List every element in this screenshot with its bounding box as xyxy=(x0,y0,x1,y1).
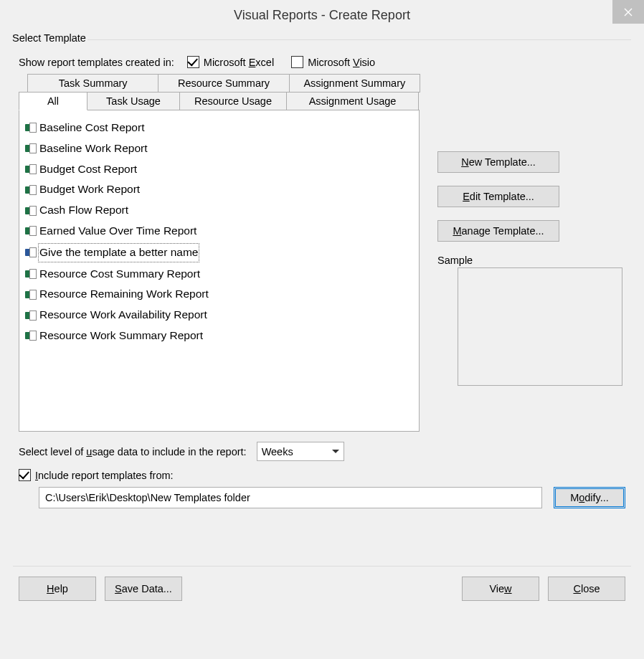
tab-task-usage[interactable]: Task Usage xyxy=(87,92,180,110)
tabrow-bottom: All Task Usage Resource Usage Assignment… xyxy=(19,92,420,110)
list-item-label: Earned Value Over Time Report xyxy=(38,222,198,240)
edit-template-button[interactable]: Edit Template... xyxy=(437,186,559,207)
excel-label: Microsoft Excel xyxy=(204,57,274,68)
include-checkbox[interactable] xyxy=(19,469,31,481)
sample-preview xyxy=(458,267,622,386)
list-item[interactable]: Budget Work Report xyxy=(24,179,415,200)
include-row: Include report templates from: xyxy=(19,469,625,481)
excel-file-icon xyxy=(25,185,35,195)
excel-file-icon xyxy=(25,226,35,236)
excel-file-icon xyxy=(25,331,35,341)
close-button[interactable]: Close xyxy=(548,577,625,601)
list-item[interactable]: Resource Remaining Work Report xyxy=(24,284,415,305)
list-item-label: Resource Remaining Work Report xyxy=(38,285,210,303)
groupbox-label: Select Template xyxy=(11,32,87,44)
list-item-label: Resource Cost Summary Report xyxy=(38,265,202,283)
modify-button[interactable]: Modify... xyxy=(554,487,625,508)
excel-file-icon xyxy=(25,269,35,279)
close-window-button[interactable] xyxy=(612,0,644,24)
path-row: Modify... xyxy=(19,487,625,508)
tab-resource-summary[interactable]: Resource Summary xyxy=(158,74,289,93)
save-data-button[interactable]: Save Data... xyxy=(105,577,182,601)
tab-assignment-usage[interactable]: Assignment Usage xyxy=(286,92,419,110)
excel-file-icon xyxy=(25,206,35,216)
filter-row: Show report templates created in: Micros… xyxy=(19,56,625,68)
tab-task-summary[interactable]: Task Summary xyxy=(27,74,158,93)
excel-file-icon xyxy=(25,290,35,300)
list-item-label: Baseline Work Report xyxy=(38,140,148,158)
list-item-label: Baseline Cost Report xyxy=(38,119,146,137)
tabs-wrap: Task Summary Resource Summary Assignment… xyxy=(19,74,420,432)
tab-assignment-summary[interactable]: Assignment Summary xyxy=(289,74,420,93)
footer-row: Help Save Data... View Close xyxy=(19,577,625,601)
list-item[interactable]: Earned Value Over Time Report xyxy=(24,221,415,242)
dialog-title: Visual Reports - Create Report xyxy=(234,8,410,23)
divider xyxy=(13,566,631,566)
list-item-label: Give the template a better name xyxy=(38,243,199,262)
close-icon xyxy=(624,8,633,16)
list-item[interactable]: Give the template a better name xyxy=(24,242,415,264)
excel-file-icon xyxy=(25,310,35,321)
excel-file-icon xyxy=(25,143,35,153)
main-row: Task Summary Resource Summary Assignment… xyxy=(19,74,625,432)
chevron-down-icon xyxy=(332,450,339,453)
list-item[interactable]: Cash Flow Report xyxy=(24,200,415,221)
template-listbox[interactable]: Baseline Cost ReportBaseline Work Report… xyxy=(19,110,420,432)
list-item[interactable]: Resource Work Availability Report xyxy=(24,305,415,326)
list-item[interactable]: Baseline Work Report xyxy=(24,138,415,159)
list-item-label: Budget Cost Report xyxy=(38,161,138,179)
excel-checkbox[interactable] xyxy=(187,56,199,68)
sample-label: Sample xyxy=(437,255,625,266)
show-templates-label: Show report templates created in: xyxy=(19,57,174,68)
titlebar: Visual Reports - Create Report xyxy=(0,0,644,30)
usage-level-select[interactable]: Weeks xyxy=(257,442,344,461)
list-item-label: Budget Work Report xyxy=(38,181,141,199)
view-button[interactable]: View xyxy=(462,577,539,601)
list-item-label: Resource Work Summary Report xyxy=(38,327,204,345)
excel-file-icon xyxy=(25,164,35,174)
tabrow-top: Task Summary Resource Summary Assignment… xyxy=(27,74,420,92)
right-column: New Template... Edit Template... Manage … xyxy=(437,74,625,386)
usage-level-value: Weeks xyxy=(262,446,293,457)
list-item[interactable]: Budget Cost Report xyxy=(24,159,415,180)
list-item-label: Resource Work Availability Report xyxy=(38,306,209,324)
help-button[interactable]: Help xyxy=(19,577,96,601)
template-path-input[interactable] xyxy=(39,487,542,508)
excel-file-icon xyxy=(25,123,35,133)
visio-checkbox[interactable] xyxy=(291,56,303,68)
visio-file-icon xyxy=(25,247,35,257)
visio-label: Microsoft Visio xyxy=(308,57,375,68)
tab-all[interactable]: All xyxy=(19,92,87,110)
usage-label: Select level of usage data to include in… xyxy=(19,446,247,457)
list-item[interactable]: Baseline Cost Report xyxy=(24,118,415,138)
manage-template-button[interactable]: Manage Template... xyxy=(437,220,559,242)
template-groupbox: Select Template Show report templates cr… xyxy=(13,39,631,608)
new-template-button[interactable]: New Template... xyxy=(437,151,559,173)
tab-resource-usage[interactable]: Resource Usage xyxy=(179,92,287,110)
list-item-label: Cash Flow Report xyxy=(38,202,130,219)
dialog-content: Select Template Show report templates cr… xyxy=(0,30,644,626)
list-item[interactable]: Resource Cost Summary Report xyxy=(24,264,415,285)
usage-row: Select level of usage data to include in… xyxy=(19,442,625,461)
include-label: Include report templates from: xyxy=(35,470,174,481)
list-item[interactable]: Resource Work Summary Report xyxy=(24,326,415,346)
